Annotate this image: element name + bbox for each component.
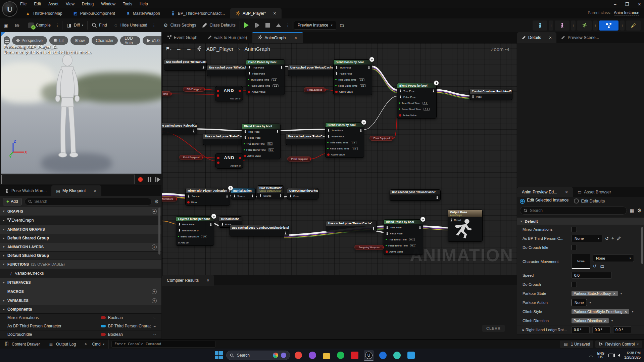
pin-true-pose[interactable]: True Pose bbox=[246, 64, 285, 71]
pin-value[interactable]: 0.1 bbox=[423, 102, 429, 105]
viewport-pill-show[interactable]: Show bbox=[70, 36, 89, 45]
bool-pin-icon[interactable] bbox=[217, 157, 219, 159]
rotator-field[interactable]: 0.0 ° bbox=[572, 326, 590, 333]
pin-true-pose[interactable]: True Pose bbox=[334, 64, 372, 71]
pose-out-pin-icon[interactable] bbox=[276, 130, 279, 134]
pin-false-blend-time[interactable]: False Blend Time0.1 bbox=[326, 145, 364, 151]
eye-closed-icon[interactable]: ⌣ bbox=[153, 315, 156, 320]
chevron-down-icon[interactable]: ▾ bbox=[621, 292, 622, 295]
pose-watch-badge-icon[interactable] bbox=[211, 214, 216, 219]
caret-right-icon[interactable]: ▸ bbox=[523, 328, 526, 332]
pin-value[interactable]: 0.1 bbox=[271, 78, 278, 81]
section-functions[interactable]: ▾FUNCTIONS(15 OVERRIDABLE) bbox=[0, 260, 161, 269]
menu-file[interactable]: File bbox=[20, 2, 27, 6]
add-pin-button[interactable]: Add pin ⊙ bbox=[230, 97, 241, 100]
pose-out-pin-icon[interactable] bbox=[359, 129, 362, 133]
node-layered-layered-blend-per-bone[interactable]: Layered blend per boneBase PoseBlend Pos… bbox=[176, 216, 214, 246]
record-button[interactable] bbox=[138, 177, 143, 182]
item-docrouchidle[interactable]: DoCrouchIdleBoolean⌣ bbox=[0, 330, 161, 339]
close-icon[interactable]: ✕ bbox=[273, 11, 276, 16]
pin-true-blend-time[interactable]: True Blend Time0.1 bbox=[397, 100, 436, 106]
pin-false-pose[interactable]: False Pose bbox=[334, 71, 372, 77]
chevron-down-icon[interactable]: ▾ bbox=[632, 310, 634, 313]
pose-out-pin-icon[interactable] bbox=[372, 227, 375, 230]
menu-view[interactable]: View bbox=[66, 2, 75, 6]
asset-thumbnail[interactable]: None bbox=[572, 254, 590, 269]
pin-false-blend-time[interactable]: False Blend Time0.1 bbox=[242, 147, 280, 153]
tab-details[interactable]: Details ✕ bbox=[517, 32, 556, 43]
node-variable-rifleequipped[interactable]: RifleEquipped bbox=[183, 87, 205, 92]
viewport-menu-icon[interactable] bbox=[4, 36, 10, 45]
step-forward-button[interactable] bbox=[155, 177, 160, 182]
gameplay-tag[interactable]: Parkour.State.NotBusy✕ bbox=[572, 291, 618, 296]
compile-options-kebab[interactable]: ⋮ bbox=[54, 23, 61, 28]
pin-value[interactable]: 0.1 bbox=[268, 148, 274, 151]
reset-icon[interactable]: ↺ bbox=[593, 264, 597, 269]
pin-value[interactable]: 0.1 bbox=[409, 238, 415, 241]
revision-control-button[interactable]: Revision Control▾ bbox=[595, 341, 642, 348]
node-blend-blend[interactable]: Blend Poses by boolTrue PoseFalse PoseTr… bbox=[333, 59, 372, 95]
pose-out-pin-icon[interactable] bbox=[226, 194, 229, 198]
node-cache-use-cached-pose-combatcombinedpistolandrifle-[interactable]: Use cached pose 'CombatCombinedPistolAnd… bbox=[230, 225, 289, 236]
radio-edit-defaults[interactable]: Edit Defaults bbox=[574, 198, 605, 203]
node-cache-use-cached-pose-reloadcache-[interactable]: Use cached pose 'ReloadCache' bbox=[326, 221, 377, 232]
pin-source[interactable]: Source bbox=[186, 193, 230, 199]
pin-blend-weights-0[interactable]: Blend Weights 01.0 bbox=[176, 233, 214, 239]
menu-help[interactable]: Help bbox=[140, 2, 148, 6]
add-plus-icon[interactable]: + bbox=[152, 244, 157, 250]
pose-watch-badge-icon[interactable] bbox=[228, 185, 233, 191]
pose-watch-badge-icon[interactable] bbox=[369, 57, 375, 62]
browse-icon[interactable]: 🗀 bbox=[600, 264, 604, 269]
node-mirror-mirror-with-player-animation-mirror[interactable]: Mirror with Player_Animation_MirrorSourc… bbox=[185, 188, 230, 206]
mesh-mode-button[interactable] bbox=[555, 20, 569, 31]
display-filter-icon[interactable]: ▦ bbox=[630, 208, 634, 214]
pose-out-pin-icon[interactable] bbox=[284, 231, 287, 235]
tab-compiler-results[interactable]: Compiler Results ✕ bbox=[162, 275, 214, 286]
menu-asset[interactable]: Asset bbox=[48, 2, 58, 6]
pin-true-pose[interactable]: True Pose bbox=[397, 88, 436, 94]
diff-button[interactable]: ◨Diff▾ bbox=[63, 18, 86, 32]
node-slot-slot-defaultslot-[interactable]: Slot 'DefaultSlot'Group 'DefaultGroup'So… bbox=[257, 185, 284, 199]
item-as-bp-third-person-character[interactable]: As BP Third Person CharacterBP Third Per… bbox=[0, 322, 161, 330]
rotator-field[interactable]: 0.0 ° bbox=[613, 326, 631, 333]
gameplay-tag[interactable]: Parkour.Direction✕ bbox=[572, 318, 609, 323]
pin-pose[interactable]: Pose bbox=[287, 193, 318, 199]
rotator-field[interactable]: 0.0 ° bbox=[592, 326, 610, 333]
mesh-mode-kebab[interactable]: ⋮ bbox=[571, 20, 576, 31]
forward-button[interactable]: → bbox=[186, 46, 192, 52]
add-plus-icon[interactable]: + bbox=[152, 209, 157, 214]
item-mirror-animations[interactable]: Mirror AnimationsBoolean⌣ bbox=[0, 314, 161, 322]
viewport-pill-character[interactable]: Character bbox=[92, 36, 118, 45]
cmd-dropdown[interactable]: >_Cmd▾ bbox=[80, 340, 109, 349]
breadcrumb-current[interactable]: AnimGraph bbox=[245, 46, 270, 52]
viewport-pill-lod-auto[interactable]: LOD Auto bbox=[120, 36, 140, 45]
remove-tag-icon[interactable]: ✕ bbox=[613, 292, 615, 296]
asset-tab-abp-player-[interactable]: ABP_Player*✕ bbox=[230, 8, 282, 18]
pin-blend-poses-0[interactable]: Blend Poses 0 bbox=[176, 227, 214, 233]
pose-out-pin-icon[interactable] bbox=[432, 89, 435, 93]
close-icon[interactable]: ✕ bbox=[93, 189, 96, 193]
pin-true-pose[interactable]: True Pose bbox=[326, 127, 364, 133]
pin-true-blend-time[interactable]: True Blend Time0.1 bbox=[242, 141, 280, 147]
taskbar-icon-steam[interactable] bbox=[378, 350, 388, 360]
skeleton-mode-button[interactable] bbox=[533, 20, 547, 31]
dropdown[interactable]: None▾ bbox=[593, 255, 634, 262]
add-pin-button[interactable]: ⊙ Add pin bbox=[176, 239, 214, 245]
bool-out-pin-icon[interactable] bbox=[239, 90, 241, 92]
menu-debug[interactable]: Debug bbox=[82, 2, 94, 6]
node-inert-inertialization[interactable]: InertializationSource bbox=[231, 188, 256, 199]
bool-pin-icon[interactable] bbox=[217, 162, 219, 164]
details-settings-gear-icon[interactable]: ⚙ bbox=[637, 208, 642, 214]
close-icon[interactable]: ✕ bbox=[549, 36, 552, 40]
close-icon[interactable]: ✕ bbox=[206, 278, 209, 283]
pin-false-pose[interactable]: False Pose bbox=[384, 230, 423, 236]
pin-active-value[interactable]: Active Value bbox=[334, 89, 372, 95]
viewport-pill-x1-0[interactable]: x1.0» bbox=[143, 36, 161, 45]
pin-true-blend-time[interactable]: True Blend Time0.1 bbox=[384, 236, 423, 242]
pose-out-pin-icon[interactable] bbox=[202, 65, 205, 69]
pin-active-value[interactable]: Active Value bbox=[397, 112, 436, 118]
find-button[interactable]: Find bbox=[89, 18, 110, 32]
taskbar-icon-folder[interactable] bbox=[321, 350, 332, 360]
pin-value[interactable]: 0.1 bbox=[359, 78, 365, 81]
pose-out-pin-icon[interactable] bbox=[209, 223, 212, 227]
